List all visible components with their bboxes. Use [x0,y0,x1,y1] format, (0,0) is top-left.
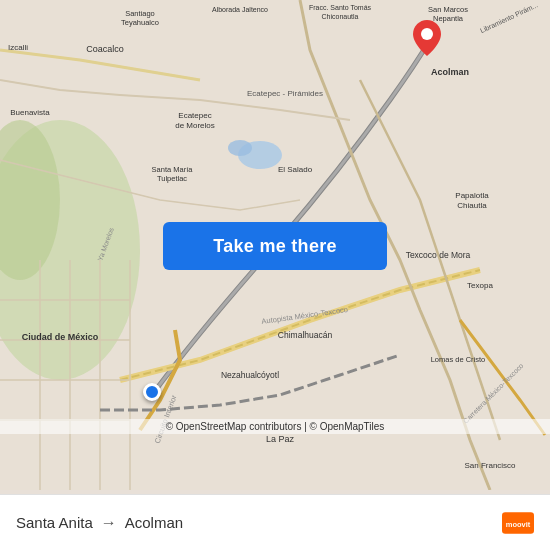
destination-label: Acolman [125,514,183,531]
moovit-logo: moovit [502,507,534,539]
svg-text:San Francisco: San Francisco [464,461,516,470]
svg-text:moovit: moovit [506,519,531,528]
svg-text:San Marcos: San Marcos [428,5,468,14]
svg-text:Izcalli: Izcalli [8,43,28,52]
svg-text:Buenavista: Buenavista [10,108,50,117]
svg-point-4 [228,140,252,156]
svg-text:Coacalco: Coacalco [86,44,124,54]
svg-text:Papalotla: Papalotla [455,191,489,200]
svg-text:La Paz: La Paz [266,434,295,444]
destination-marker [413,20,441,60]
svg-text:Ecatepec: Ecatepec [178,111,211,120]
svg-text:Lomas de Cristo: Lomas de Cristo [431,355,486,364]
svg-text:Ciudad de México: Ciudad de México [22,332,99,342]
origin-label: Santa Anita [16,514,93,531]
route-info: Santa Anita → Acolman [16,514,183,532]
svg-text:Tulpetlac: Tulpetlac [157,174,187,183]
svg-text:El Salado: El Salado [278,165,313,174]
svg-text:Chimalhuacán: Chimalhuacán [278,330,333,340]
svg-text:Chiautla: Chiautla [457,201,487,210]
svg-text:Chiconautla: Chiconautla [322,13,359,20]
svg-text:de Morelos: de Morelos [175,121,215,130]
moovit-icon: moovit [502,507,534,539]
map-attribution: © OpenStreetMap contributors | © OpenMap… [0,419,550,434]
svg-text:Teyahualco: Teyahualco [121,18,159,27]
svg-text:Santiago: Santiago [125,9,155,18]
origin-marker [143,383,161,401]
svg-text:Alborada Jaltenco: Alborada Jaltenco [212,6,268,13]
svg-point-45 [421,28,433,40]
svg-text:Fracc. Santo Tomás: Fracc. Santo Tomás [309,4,372,11]
svg-text:Texopa: Texopa [467,281,493,290]
svg-text:Acolman: Acolman [431,67,469,77]
svg-text:Nezahualcóyotl: Nezahualcóyotl [221,370,279,380]
map-container: Coacalco Buenavista Ecatepec de Morelos … [0,0,550,490]
svg-text:Santa María: Santa María [152,165,194,174]
svg-text:Ecatepec - Pirámides: Ecatepec - Pirámides [247,89,323,98]
svg-text:Texcoco de Mora: Texcoco de Mora [406,250,471,260]
take-me-there-button[interactable]: Take me there [163,222,387,270]
arrow-icon: → [101,514,117,532]
bottom-bar: Santa Anita → Acolman moovit [0,494,550,550]
